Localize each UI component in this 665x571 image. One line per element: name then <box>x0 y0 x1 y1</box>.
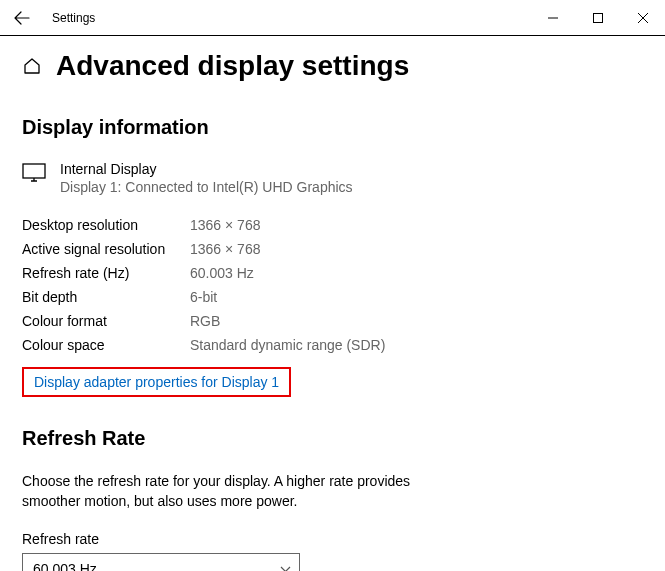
page-heading-row: Advanced display settings <box>22 50 643 82</box>
refresh-rate-description: Choose the refresh rate for your display… <box>22 472 422 511</box>
refresh-rate-selected: 60.003 Hz <box>33 561 97 571</box>
info-label: Bit depth <box>22 289 190 305</box>
display-card: Internal Display Display 1: Connected to… <box>22 161 643 195</box>
maximize-icon <box>593 13 603 23</box>
minimize-icon <box>548 13 558 23</box>
titlebar: Settings <box>0 0 665 36</box>
home-icon[interactable] <box>22 56 42 76</box>
monitor-icon <box>22 161 46 195</box>
info-label: Desktop resolution <box>22 217 190 233</box>
chevron-down-icon <box>280 563 291 571</box>
back-arrow-icon <box>14 10 30 26</box>
info-value: 1366 × 768 <box>190 217 260 233</box>
info-value: 6-bit <box>190 289 217 305</box>
window-title: Settings <box>52 11 95 25</box>
table-row: Refresh rate (Hz) 60.003 Hz <box>22 261 643 285</box>
page-title: Advanced display settings <box>56 50 409 82</box>
info-value: RGB <box>190 313 220 329</box>
maximize-button[interactable] <box>575 0 620 35</box>
adapter-link-highlight: Display adapter properties for Display 1 <box>22 367 291 397</box>
info-label: Refresh rate (Hz) <box>22 265 190 281</box>
close-button[interactable] <box>620 0 665 35</box>
info-label: Active signal resolution <box>22 241 190 257</box>
display-subtitle: Display 1: Connected to Intel(R) UHD Gra… <box>60 179 353 195</box>
display-adapter-link[interactable]: Display adapter properties for Display 1 <box>30 372 283 392</box>
info-label: Colour space <box>22 337 190 353</box>
close-icon <box>638 13 648 23</box>
info-value: Standard dynamic range (SDR) <box>190 337 385 353</box>
svg-rect-1 <box>23 164 45 178</box>
table-row: Colour format RGB <box>22 309 643 333</box>
table-row: Active signal resolution 1366 × 768 <box>22 237 643 261</box>
svg-rect-0 <box>593 13 602 22</box>
display-info-table: Desktop resolution 1366 × 768 Active sig… <box>22 213 643 357</box>
display-info-section-title: Display information <box>22 116 643 139</box>
refresh-rate-label: Refresh rate <box>22 531 643 547</box>
table-row: Bit depth 6-bit <box>22 285 643 309</box>
refresh-rate-section-title: Refresh Rate <box>22 427 643 450</box>
minimize-button[interactable] <box>530 0 575 35</box>
table-row: Desktop resolution 1366 × 768 <box>22 213 643 237</box>
table-row: Colour space Standard dynamic range (SDR… <box>22 333 643 357</box>
info-value: 1366 × 768 <box>190 241 260 257</box>
refresh-rate-section: Refresh Rate Choose the refresh rate for… <box>22 427 643 571</box>
content-area: Advanced display settings Display inform… <box>0 36 665 571</box>
refresh-rate-dropdown[interactable]: 60.003 Hz <box>22 553 300 571</box>
info-value: 60.003 Hz <box>190 265 254 281</box>
titlebar-left: Settings <box>8 4 95 32</box>
display-name: Internal Display <box>60 161 353 177</box>
display-card-text: Internal Display Display 1: Connected to… <box>60 161 353 195</box>
info-label: Colour format <box>22 313 190 329</box>
back-button[interactable] <box>8 4 36 32</box>
window-controls <box>530 0 665 35</box>
